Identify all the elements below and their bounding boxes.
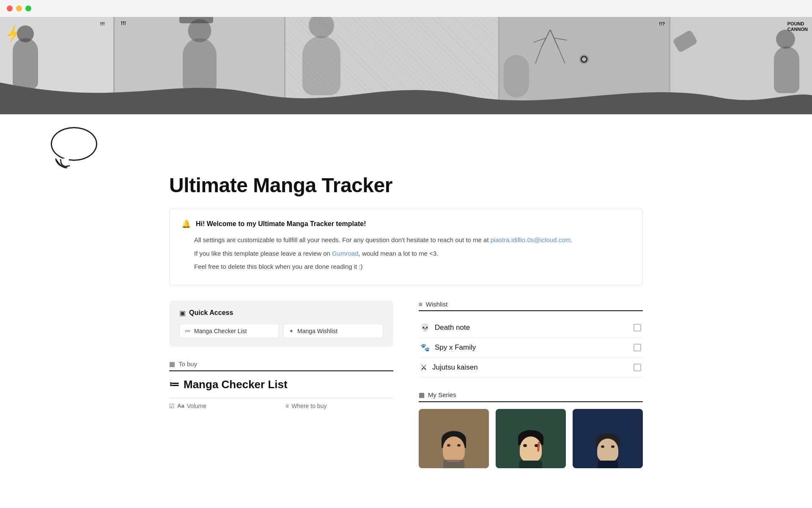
email-link[interactable]: piastra.idillio.0s@icloud.com [491, 236, 571, 243]
two-col-layout: ▣ Quick Access ≔ Manga Checker List ✦ Ma… [169, 301, 643, 468]
quick-access-header: ▣ Quick Access [179, 309, 383, 317]
my-series-section: ▦ My Series [419, 391, 643, 468]
wishlist-item-death-note: 💀 Death note [419, 318, 643, 338]
wishlist-label-row[interactable]: ≡ Wishlist [419, 301, 643, 311]
wishlist-label-quick: Manga Wishlist [297, 328, 337, 334]
svg-line-2 [535, 47, 542, 64]
welcome-line2: If you like this template please leave a… [194, 248, 631, 259]
welcome-line3: Feel free to delete this block when you … [194, 261, 631, 272]
wishlist-item-jujutsu: ⚔ Jujutsu kaisen [419, 358, 643, 378]
char1-face [443, 436, 465, 462]
page-title: Ultimate Manga Tracker [169, 174, 643, 197]
avatar-bubble [51, 127, 97, 161]
death-note-icon: 💀 [420, 323, 430, 332]
welcome-title: Hi! Welcome to my Ultimate Manga Tracker… [196, 220, 366, 228]
char-art-3 [573, 409, 643, 468]
char3-face [597, 439, 618, 462]
spy-family-icon: 🐾 [420, 343, 430, 352]
hero-wave [0, 74, 812, 114]
manga-checker-title-row: ≔ Manga Checker List [169, 378, 393, 391]
right-column: ≡ Wishlist 💀 Death note 🐾 Spy x Family [419, 301, 643, 468]
death-note-label: Death note [435, 323, 470, 332]
series-card-2[interactable] [496, 409, 566, 468]
manga-checker-icon: ≔ [169, 378, 179, 390]
spy-family-checkbox[interactable] [634, 344, 641, 351]
wishlist-item-left-2: 🐾 Spy x Family [420, 343, 476, 352]
welcome-box: 🔔 Hi! Welcome to my Ultimate Manga Track… [169, 209, 643, 285]
jujutsu-label: Jujutsu kaisen [432, 363, 478, 372]
svg-line-1 [550, 30, 559, 49]
svg-line-5 [554, 38, 567, 40]
minimize-button[interactable] [16, 6, 22, 11]
volume-column-header: ☑ Aa Volume [169, 403, 277, 409]
manga-checker-table-headers: ☑ Aa Volume ≡ Where to buy [169, 398, 393, 409]
series-card-3[interactable] [573, 409, 643, 468]
avatar-section [0, 114, 812, 165]
to-buy-section: ▦ To buy [169, 360, 393, 371]
left-column: ▣ Quick Access ≔ Manga Checker List ✦ Ma… [169, 301, 393, 409]
wishlist-sparkle-icon: ✦ [289, 328, 294, 334]
char-art-2 [496, 409, 566, 468]
to-buy-text: To buy [178, 360, 197, 367]
to-buy-icon: ▦ [169, 360, 175, 368]
death-note-checkbox[interactable] [634, 324, 641, 331]
char-art-1 [419, 409, 489, 468]
jujutsu-icon: ⚔ [420, 363, 427, 372]
bell-icon: 🔔 [181, 219, 191, 229]
hero-banner: ⚡ !!! !!! !!? [0, 17, 812, 114]
quick-access-title: Quick Access [189, 309, 233, 317]
welcome-header: 🔔 Hi! Welcome to my Ultimate Manga Track… [181, 219, 631, 229]
checker-list-label: Manga Checker List [194, 328, 247, 334]
where-to-buy-label: Where to buy [291, 403, 326, 409]
wishlist-section: ≡ Wishlist 💀 Death note 🐾 Spy x Family [419, 301, 643, 378]
window-controls [0, 0, 812, 17]
volume-aa-prefix: Aa [177, 403, 184, 409]
spy-family-label: Spy x Family [435, 343, 476, 352]
page-content: Ultimate Manga Tracker 🔔 Hi! Welcome to … [135, 174, 677, 502]
manga-checker-section: ≔ Manga Checker List ☑ Aa Volume ≡ Where… [169, 378, 393, 409]
where-to-buy-icon: ≡ [285, 403, 289, 409]
gumroad-link[interactable]: Gumroad [332, 250, 359, 257]
wishlist-list-icon: ≡ [419, 301, 422, 308]
volume-check-icon: ☑ [169, 403, 175, 409]
jujutsu-checkbox[interactable] [634, 364, 641, 371]
svg-line-3 [559, 49, 565, 64]
quick-access-manga-wishlist[interactable]: ✦ Manga Wishlist [283, 324, 383, 338]
volume-label: Volume [187, 403, 207, 409]
wishlist-section-title: Wishlist [426, 301, 448, 308]
close-button[interactable] [7, 6, 13, 11]
where-to-buy-column-header: ≡ Where to buy [285, 403, 393, 409]
my-series-title: My Series [428, 391, 456, 398]
char2-face [520, 436, 542, 462]
maximize-button[interactable] [25, 6, 31, 11]
my-series-grid-icon: ▦ [419, 391, 425, 399]
wishlist-item-spy-family: 🐾 Spy x Family [419, 338, 643, 358]
quick-access-manga-checker[interactable]: ≔ Manga Checker List [179, 324, 279, 338]
wishlist-item-left-1: 💀 Death note [420, 323, 470, 332]
manga-checker-title-text: Manga Checker List [184, 378, 288, 391]
quick-access-grid: ≔ Manga Checker List ✦ Manga Wishlist [179, 324, 383, 338]
quick-access-icon: ▣ [179, 309, 186, 317]
welcome-line1: All settings are customizable to fullfil… [194, 235, 631, 246]
series-card-1[interactable] [419, 409, 489, 468]
series-cards-grid [419, 409, 643, 468]
to-buy-label[interactable]: ▦ To buy [169, 360, 393, 371]
wishlist-item-left-3: ⚔ Jujutsu kaisen [420, 363, 478, 372]
checker-list-icon: ≔ [185, 328, 191, 334]
my-series-label-row[interactable]: ▦ My Series [419, 391, 643, 402]
quick-access-section: ▣ Quick Access ≔ Manga Checker List ✦ Ma… [169, 301, 393, 347]
